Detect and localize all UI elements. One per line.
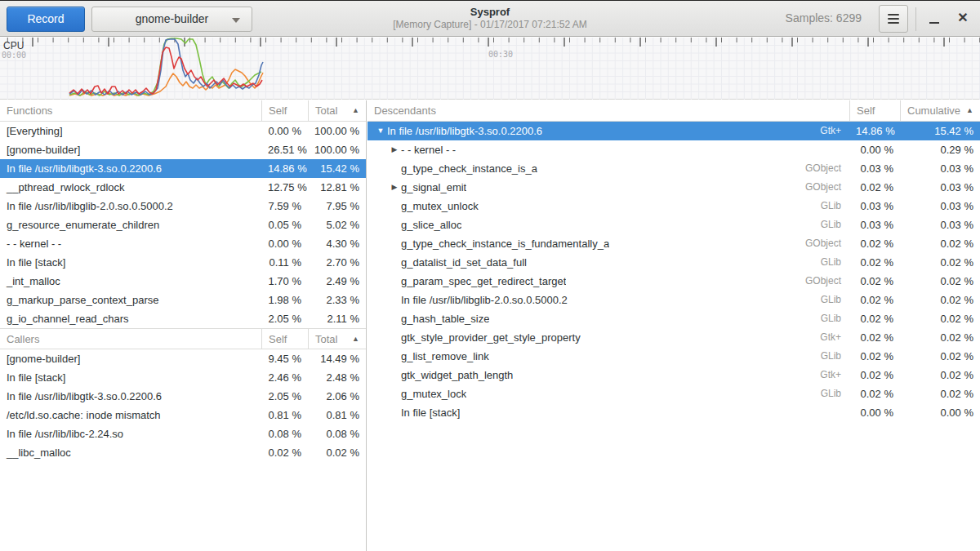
tree-row[interactable]: gtk_widget_path_lengthGtk+0.02 %0.02 % bbox=[368, 366, 980, 384]
expander-collapsed-icon[interactable]: ▶ bbox=[388, 178, 401, 197]
self-percent: 14.86 % bbox=[261, 159, 308, 178]
self-percent: 7.59 % bbox=[261, 197, 308, 216]
total-percent: 100.00 % bbox=[308, 122, 366, 140]
functions-self-column-header[interactable]: Self bbox=[261, 100, 308, 121]
tree-row[interactable]: g_param_spec_get_redirect_targetGObject0… bbox=[368, 272, 980, 291]
callers-self-column-header[interactable]: Self bbox=[261, 329, 308, 349]
table-row[interactable]: In file [stack]0.11 %2.70 % bbox=[0, 253, 366, 272]
expander-spacer bbox=[388, 272, 401, 291]
function-name: [gnome-builder] bbox=[0, 349, 261, 368]
main-area: Functions Self Total ▲ [Everything]0.00 … bbox=[0, 100, 980, 551]
table-row[interactable]: g_markup_parse_context_parse1.98 %2.33 % bbox=[0, 291, 366, 309]
table-row[interactable]: In file /usr/lib/libgtk-3.so.0.2200.62.0… bbox=[0, 387, 366, 406]
callers-total-column-header[interactable]: Total ▲ bbox=[308, 329, 366, 349]
expander-expanded-icon[interactable]: ▼ bbox=[374, 122, 387, 140]
cumulative-percent: 0.02 % bbox=[900, 347, 980, 366]
headerbar-separator bbox=[915, 7, 916, 31]
hamburger-menu-button[interactable] bbox=[879, 5, 908, 33]
function-name: g_type_check_instance_is_a bbox=[401, 159, 537, 178]
function-name: _int_malloc bbox=[0, 272, 261, 291]
function-name: [Everything] bbox=[0, 122, 261, 140]
time-label-start: 00:00 bbox=[2, 51, 26, 60]
function-name: gtk_style_provider_get_style_property bbox=[401, 328, 581, 347]
descendants-self-column-header[interactable]: Self bbox=[849, 100, 900, 121]
callers-table-header: Callers Self Total ▲ bbox=[0, 328, 366, 349]
self-percent: 0.00 % bbox=[849, 403, 900, 422]
table-row[interactable]: [Everything]0.00 %100.00 % bbox=[0, 122, 366, 140]
total-percent: 4.30 % bbox=[308, 234, 366, 253]
functions-column-header[interactable]: Functions bbox=[0, 100, 261, 121]
target-process-dropdown[interactable]: gnome-builder bbox=[91, 7, 252, 32]
table-row[interactable]: g_io_channel_read_chars2.05 %2.11 % bbox=[0, 309, 366, 328]
cumulative-percent: 0.03 % bbox=[900, 216, 980, 234]
function-name: [gnome-builder] bbox=[0, 140, 261, 159]
descendants-column-header[interactable]: Descendants bbox=[368, 100, 849, 121]
function-name: __libc_malloc bbox=[0, 443, 261, 462]
tree-row[interactable]: g_datalist_id_set_data_fullGLib0.02 %0.0… bbox=[368, 253, 980, 272]
callers-column-header[interactable]: Callers bbox=[0, 329, 261, 349]
tree-row[interactable]: gtk_style_provider_get_style_propertyGtk… bbox=[368, 328, 980, 347]
descendants-cumulative-column-header[interactable]: Cumulative ▲ bbox=[900, 100, 980, 121]
self-percent: 2.46 % bbox=[261, 368, 308, 387]
table-row[interactable]: __libc_malloc0.02 %0.02 % bbox=[0, 443, 366, 462]
cpu-graph-canvas: CPU00:0000:30 bbox=[0, 38, 980, 100]
self-percent: 0.02 % bbox=[849, 253, 900, 272]
self-percent: 26.51 % bbox=[261, 140, 308, 159]
expander-spacer bbox=[388, 347, 401, 366]
function-name: g_io_channel_read_chars bbox=[0, 309, 261, 328]
table-row[interactable]: __pthread_rwlock_rdlock12.75 %12.81 % bbox=[0, 178, 366, 197]
tree-row[interactable]: g_type_check_instance_is_fundamentally_a… bbox=[368, 234, 980, 253]
record-button[interactable]: Record bbox=[7, 7, 85, 32]
sort-triangle-up-icon: ▲ bbox=[352, 329, 359, 349]
self-percent: 0.02 % bbox=[849, 291, 900, 309]
tree-row[interactable]: g_mutex_lockGLib0.02 %0.02 % bbox=[368, 384, 980, 403]
self-percent: 0.08 % bbox=[261, 424, 308, 443]
expander-spacer bbox=[388, 384, 401, 403]
library-badge: Gtk+ bbox=[820, 122, 849, 140]
table-row[interactable]: - - kernel - -0.00 %4.30 % bbox=[0, 234, 366, 253]
self-percent: 1.70 % bbox=[261, 272, 308, 291]
tree-row[interactable]: g_mutex_unlockGLib0.03 %0.03 % bbox=[368, 197, 980, 216]
samples-count: Samples: 6299 bbox=[786, 11, 862, 24]
cumulative-percent: 0.02 % bbox=[900, 253, 980, 272]
tree-row[interactable]: ▶- - kernel - -0.00 %0.29 % bbox=[368, 140, 980, 159]
functions-total-column-header[interactable]: Total ▲ bbox=[308, 100, 366, 121]
library-badge: GLib bbox=[821, 216, 849, 234]
self-percent: 0.81 % bbox=[261, 406, 308, 424]
function-name: g_datalist_id_set_data_full bbox=[401, 253, 527, 272]
table-row[interactable]: [gnome-builder]26.51 %100.00 % bbox=[0, 140, 366, 159]
tree-row[interactable]: g_slice_allocGLib0.03 %0.03 % bbox=[368, 216, 980, 234]
tree-row[interactable]: ▶g_signal_emitGObject0.02 %0.03 % bbox=[368, 178, 980, 197]
function-name: __pthread_rwlock_rdlock bbox=[0, 178, 261, 197]
cpu-graph-label: CPU bbox=[3, 40, 24, 51]
table-row[interactable]: g_resource_enumerate_children0.05 %5.02 … bbox=[0, 216, 366, 234]
window-minimize-button[interactable] bbox=[926, 11, 942, 27]
tree-row[interactable]: g_list_remove_linkGLib0.02 %0.02 % bbox=[368, 347, 980, 366]
tree-row[interactable]: ▼In file /usr/lib/libgtk-3.so.0.2200.6Gt… bbox=[368, 122, 980, 140]
window-close-button[interactable]: ✕ bbox=[954, 9, 972, 27]
function-name: In file /usr/lib/libglib-2.0.so.0.5000.2 bbox=[0, 197, 261, 216]
library-badge bbox=[841, 403, 849, 422]
expander-collapsed-icon[interactable]: ▶ bbox=[388, 140, 401, 159]
self-percent: 0.02 % bbox=[261, 443, 308, 462]
library-badge: GLib bbox=[821, 347, 849, 366]
library-badge: Gtk+ bbox=[820, 328, 849, 347]
self-percent: 0.03 % bbox=[849, 216, 900, 234]
tree-row[interactable]: g_type_check_instance_is_aGObject0.03 %0… bbox=[368, 159, 980, 178]
total-percent: 100.00 % bbox=[308, 140, 366, 159]
table-row[interactable]: In file /usr/lib/libc-2.24.so0.08 %0.08 … bbox=[0, 424, 366, 443]
tree-row[interactable]: In file [stack]0.00 %0.00 % bbox=[368, 403, 980, 422]
tree-row[interactable]: In file /usr/lib/libglib-2.0.so.0.5000.2… bbox=[368, 291, 980, 309]
table-row[interactable]: In file /usr/lib/libgtk-3.so.0.2200.614.… bbox=[0, 159, 366, 178]
table-row[interactable]: In file /usr/lib/libglib-2.0.so.0.5000.2… bbox=[0, 197, 366, 216]
library-badge: GObject bbox=[805, 159, 849, 178]
expander-spacer bbox=[388, 159, 401, 178]
table-row[interactable]: _int_malloc1.70 %2.49 % bbox=[0, 272, 366, 291]
cpu-graph[interactable]: CPU00:0000:30 bbox=[0, 38, 980, 100]
self-percent: 0.02 % bbox=[849, 234, 900, 253]
table-row[interactable]: /etc/ld.so.cache: inode mismatch0.81 %0.… bbox=[0, 406, 366, 424]
expander-spacer bbox=[388, 291, 401, 309]
table-row[interactable]: In file [stack]2.46 %2.48 % bbox=[0, 368, 366, 387]
tree-row[interactable]: g_hash_table_sizeGLib0.02 %0.02 % bbox=[368, 309, 980, 328]
table-row[interactable]: [gnome-builder]9.45 %14.49 % bbox=[0, 349, 366, 368]
